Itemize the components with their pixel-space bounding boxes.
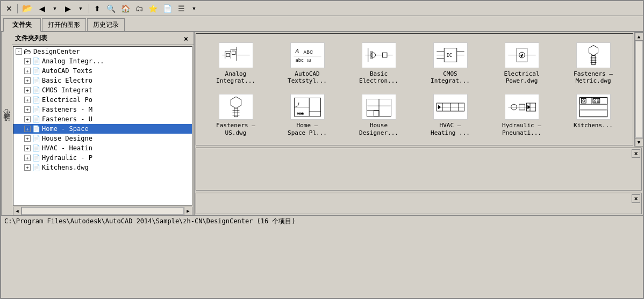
label-analog: AnalogIntegrat... [216,70,255,84]
root-expand[interactable]: - [16,48,22,55]
icon-house [362,94,396,120]
item-expand-8[interactable]: + [24,135,31,142]
svg-rect-47 [219,94,253,120]
tree-item-fasteners-u[interactable]: + 📄 Fasteners - U [13,114,192,124]
root-label: DesignCenter [33,48,80,55]
item-label-2: Basic Electro [42,77,92,84]
item-expand-9[interactable]: + [24,145,31,151]
hscroll-left[interactable]: ◀ [13,207,22,215]
svg-text:A: A [295,48,299,54]
tree-item-analog[interactable]: + 📄 Analog Integr... [13,56,192,66]
scroll-down[interactable]: ▼ [635,138,643,147]
item-autocad[interactable]: A ABC abc txt AutoCADTextstyl... [274,40,340,86]
item-expand-7[interactable]: + [24,126,31,132]
home-button[interactable]: 🏠 [119,3,132,14]
item-fasteners-us[interactable]: Fasteners –US.dwg [203,92,269,138]
tree-root[interactable]: - 🗁 DesignCenter [13,47,192,56]
sep1 [17,4,18,13]
open-button[interactable]: 📂 [20,3,35,14]
item-expand-11[interactable]: + [24,164,31,171]
left-panel: 文件夹列表 × - 🗁 DesignCenter + 📄 Analog Inte… [12,32,195,215]
item-fasteners-metric[interactable]: Fasteners –Metric.dwg [560,40,626,86]
forward-dropdown[interactable]: ▼ [75,3,87,14]
back-dropdown[interactable]: ▼ [49,3,61,14]
view-dropdown[interactable]: ▼ [188,3,200,14]
panel-header: 文件夹列表 × [12,32,194,45]
svg-text:abc: abc [295,58,303,63]
item-expand-6[interactable]: + [24,116,31,122]
icon-fasteners-us [219,94,253,120]
main-panel: 设计中心 文件夹列表 × - 🗁 DesignCenter + 📄 Analog… [1,32,643,215]
tree-item-house[interactable]: + 📄 House Designe [13,134,192,143]
hscroll-right[interactable]: ▶ [184,207,192,215]
tree-item-fasteners-m[interactable]: + 📄 Fasteners - M [13,105,192,114]
fav-button[interactable]: ⭐ [146,3,160,14]
file-icon-0: 📄 [32,57,40,65]
svg-text:room: room [296,112,303,115]
tree-item-cmos[interactable]: + 📄 CMOS Integrat [13,85,192,95]
tab-open[interactable]: 打开的图形 [42,18,86,31]
icon-electrical: ⚡ [505,42,539,68]
back-button[interactable]: ◀ [36,3,48,14]
search-button[interactable]: 🔍 [104,3,118,14]
scroll-track[interactable] [635,41,643,138]
item-label-9: HVAC - Heatin [42,144,92,152]
item-expand-3[interactable]: + [24,87,31,93]
item-expand-0[interactable]: + [24,58,31,64]
label-cmos: CMOSIntegrat... [431,70,470,84]
label-autocad: AutoCADTextstyl... [288,70,327,84]
item-expand-5[interactable]: + [24,106,31,113]
preview-close-btn[interactable]: × [632,194,640,203]
icon-basic [362,42,396,68]
item-cmos[interactable]: IC CMOSIntegrat... [417,40,483,86]
item-label-0: Analog Integr... [42,57,104,65]
tab-history[interactable]: 历史记录 [87,18,125,31]
sep2 [89,4,89,13]
item-home[interactable]: room Home –Space Pl... [274,92,340,138]
tree-item-electrical[interactable]: + 📄 Electrical Po [13,95,192,105]
forward-button[interactable]: ▶ [62,3,74,14]
item-hvac[interactable]: HVAC –Heating ... [417,92,483,138]
item-hydraulic[interactable]: Hydraulic –Pneumati... [489,92,555,138]
item-kitchens[interactable]: Kitchens... [560,92,626,138]
label-fasteners-metric: Fasteners –Metric.dwg [574,70,613,84]
tree-item-hvac[interactable]: + 📄 HVAC - Heatin [13,143,192,153]
hscroll-track[interactable] [22,207,184,215]
panel-title: 文件夹列表 [15,34,47,43]
file-icon-2: 📄 [32,76,40,85]
tree-item-kitchens[interactable]: + 📄 Kitchens.dwg [13,163,192,172]
item-expand-4[interactable]: + [24,97,31,103]
up-button[interactable]: ⬆ [91,3,103,14]
item-electrical[interactable]: ⚡ ElectricalPower.dwg [489,40,555,86]
item-expand-2[interactable]: + [24,77,31,84]
view-button[interactable]: ☰ [175,3,187,14]
tree-button[interactable]: 🗂 [133,3,145,14]
file-icon-11: 📄 [32,163,40,172]
status-text: C:\Program Files\Autodesk\AutoCAD 2014\S… [4,217,296,226]
item-house[interactable]: HouseDesigner... [346,92,412,138]
right-panel: AnalogIntegrat... A ABC abc txt [195,32,643,215]
list-button[interactable]: 📄 [161,3,174,14]
file-icon-3: 📄 [32,86,40,94]
icons-grid: AnalogIntegrat... A ABC abc txt [201,38,628,141]
status-bar: C:\Program Files\Autodesk\AutoCAD 2014\S… [1,215,643,227]
close-button[interactable]: ✕ [3,3,15,14]
tab-folder[interactable]: 文件夹 [3,18,41,32]
content-lower: × [196,148,642,191]
tree-item-home[interactable]: + 📄 Home - Space [13,124,192,134]
lower-close-btn[interactable]: × [632,149,640,158]
item-basic[interactable]: BasicElectron... [346,40,412,86]
tree-item-basic[interactable]: + 📄 Basic Electro [13,76,192,85]
item-label-4: Electrical Po [42,96,92,104]
item-expand-1[interactable]: + [24,68,31,74]
tree-container[interactable]: - 🗁 DesignCenter + 📄 Analog Integr... + … [13,46,192,206]
scroll-up[interactable]: ▲ [635,32,643,41]
item-analog[interactable]: AnalogIntegrat... [203,40,269,86]
svg-text:txt: txt [306,59,311,63]
tree-item-autocad[interactable]: + 📄 AutoCAD Texts [13,66,192,76]
file-icon-8: 📄 [32,134,40,143]
panel-close-x[interactable]: × [182,34,190,43]
item-expand-10[interactable]: + [24,155,31,161]
item-label-6: Fasteners - U [42,115,92,123]
tree-item-hydraulic[interactable]: + 📄 Hydraulic - P [13,153,192,163]
